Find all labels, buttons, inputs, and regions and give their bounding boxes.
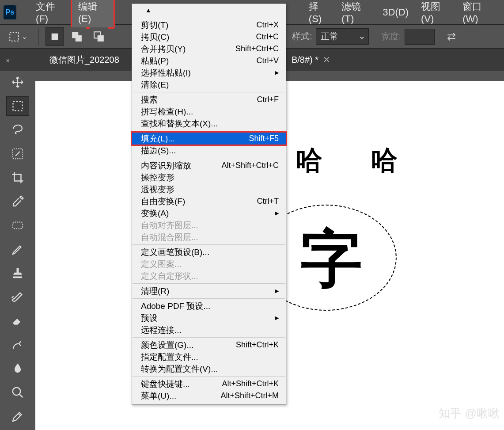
style-value: 正常 <box>321 31 338 41</box>
add-selection-button[interactable] <box>68 27 86 46</box>
menu-item-label: 键盘快捷键... <box>141 378 190 390</box>
new-selection-button[interactable] <box>45 27 64 46</box>
close-icon[interactable]: ✕ <box>323 54 330 65</box>
menu-item-label: 转换为配置文件(V)... <box>141 363 218 375</box>
menu-item-label: 定义自定形状... <box>141 270 198 282</box>
menu-item-label: Adobe PDF 预设... <box>141 301 210 312</box>
menu-item-label: 自动对齐图层... <box>141 220 198 231</box>
menu-item-label: 拼写检查(H)... <box>141 106 193 118</box>
expand-icon[interactable]: » <box>6 57 10 64</box>
menu-item-shortcut: Ctrl+T <box>257 197 279 206</box>
frame-tool[interactable] <box>6 216 29 235</box>
menu-item-label: 操控变形 <box>141 172 174 183</box>
app-logo: Ps <box>4 5 16 19</box>
menu-filter[interactable]: 滤镜(T) <box>335 0 376 27</box>
svg-rect-3 <box>76 35 82 41</box>
menu-item-shortcut: Ctrl+C <box>256 32 279 42</box>
menu-item[interactable]: 远程连接... <box>132 324 286 336</box>
gradient-tool[interactable] <box>6 335 29 354</box>
menu-item-label: 拷贝(C) <box>141 31 169 43</box>
menu-item[interactable]: 颜色设置(G)...Shift+Ctrl+K <box>132 339 286 351</box>
marquee-tool[interactable] <box>6 96 29 116</box>
menu-item-label: 清除(E) <box>141 79 169 91</box>
menu-item[interactable]: 合并拷贝(Y)Shift+Ctrl+C <box>132 43 286 55</box>
submenu-arrow-icon: ▶ <box>275 210 279 216</box>
menu-item-shortcut: Ctrl+V <box>256 56 279 65</box>
menu-item[interactable]: 菜单(U)...Alt+Shift+Ctrl+M <box>132 390 286 402</box>
menu-file[interactable]: 文件(F) <box>30 0 71 27</box>
swap-icon[interactable]: ⇄ <box>447 30 456 43</box>
svg-rect-5 <box>98 35 104 41</box>
zoom-tool[interactable] <box>6 383 29 402</box>
menu-item[interactable]: 剪切(T)Ctrl+X <box>132 19 286 31</box>
menu-item[interactable]: 预设▶ <box>132 312 286 324</box>
menu-item[interactable]: 粘贴(P)Ctrl+V <box>132 55 286 67</box>
menu-item[interactable]: 描边(S)... <box>132 145 286 156</box>
width-input[interactable] <box>405 29 435 45</box>
svg-point-9 <box>13 388 21 396</box>
menu-item[interactable]: 清理(R)▶ <box>132 285 286 297</box>
menu-item: 定义自定形状... <box>132 270 286 282</box>
brush-tool[interactable] <box>6 287 29 307</box>
menu-item-label: 透视变形 <box>141 184 174 195</box>
menu-select[interactable]: 择(S) <box>303 0 335 27</box>
menu-3d[interactable]: 3D(D) <box>376 4 415 21</box>
marquee-icon <box>8 31 20 42</box>
menu-item[interactable]: 变换(A)▶ <box>132 207 286 219</box>
stamp-tool[interactable] <box>6 263 29 283</box>
style-select[interactable]: 正常 ⌄ <box>316 28 369 45</box>
menu-edit[interactable]: 编辑(E) <box>71 0 115 29</box>
watermark: 知乎 @啾啾 <box>439 406 500 421</box>
menu-item[interactable]: 定义画笔预设(B)... <box>132 246 286 258</box>
crop-tool[interactable] <box>6 168 29 187</box>
menu-separator <box>133 158 285 158</box>
canvas-text-2: 哈 <box>371 143 398 179</box>
menu-item[interactable]: 查找和替换文本(X)... <box>132 118 286 129</box>
magic-wand-tool[interactable] <box>6 144 29 164</box>
menu-item[interactable]: 操控变形 <box>132 171 286 183</box>
eyedropper-tool[interactable] <box>6 192 29 211</box>
menu-item[interactable]: 自由变换(F)Ctrl+T <box>132 195 286 207</box>
menu-item-label: 清理(R) <box>141 285 169 297</box>
svg-rect-6 <box>13 102 23 111</box>
menu-item-shortcut: Alt+Shift+Ctrl+M <box>220 391 279 400</box>
menu-item[interactable]: 选择性粘贴(I)▶ <box>132 67 286 79</box>
menu-item-label: 菜单(U)... <box>141 390 176 402</box>
move-tool[interactable] <box>6 72 29 92</box>
menu-item-label: 定义画笔预设(B)... <box>141 247 209 258</box>
pencil-tool[interactable] <box>6 240 29 259</box>
menu-item[interactable]: 填充(L)...Shift+F5 <box>132 133 286 145</box>
menu-item[interactable]: 搜索Ctrl+F <box>132 94 286 106</box>
menu-item[interactable]: 透视变形 <box>132 183 286 195</box>
menu-item[interactable]: 拷贝(C)Ctrl+C <box>132 31 286 43</box>
menu-window[interactable]: 窗口(W) <box>456 0 500 27</box>
menu-item-label: 合并拷贝(Y) <box>141 43 186 55</box>
menu-item-shortcut: Shift+F5 <box>249 134 279 143</box>
menu-separator <box>133 92 285 92</box>
tool-preset-button[interactable]: ⌄ <box>4 27 31 46</box>
menu-item[interactable]: 清除(E) <box>132 79 286 91</box>
pen-tool[interactable] <box>6 407 29 426</box>
menu-item[interactable]: Adobe PDF 预设... <box>132 300 286 312</box>
menu-item[interactable]: 内容识别缩放Alt+Shift+Ctrl+C <box>132 160 286 171</box>
menu-item-label: 查找和替换文本(X)... <box>141 118 218 129</box>
svg-rect-0 <box>10 32 19 41</box>
lasso-tool[interactable] <box>6 120 29 140</box>
menu-item-shortcut: Alt+Shift+Ctrl+C <box>221 161 279 170</box>
menu-item[interactable]: 指定配置文件... <box>132 351 286 363</box>
subtract-selection-button[interactable] <box>90 27 108 46</box>
menu-separator <box>133 131 285 131</box>
smudge-tool[interactable] <box>6 359 29 378</box>
menu-item[interactable]: 转换为配置文件(V)... <box>132 363 286 375</box>
menu-item[interactable]: 键盘快捷键...Alt+Shift+Ctrl+K <box>132 378 286 390</box>
menu-item-label: 选择性粘贴(I) <box>141 67 191 79</box>
menu-item[interactable]: 拼写检查(H)... <box>132 106 286 118</box>
menu-item-label: 自动混合图层... <box>141 232 198 243</box>
canvas-big-text: 字 <box>300 218 362 302</box>
width-label: 宽度: <box>381 30 402 42</box>
canvas-text-1: 哈 <box>296 143 322 179</box>
menu-view[interactable]: 视图(V) <box>415 0 456 27</box>
eraser-tool[interactable] <box>6 311 29 331</box>
menu-item-shortcut: Shift+Ctrl+C <box>235 44 279 53</box>
menu-item-label: 预设 <box>141 312 158 324</box>
